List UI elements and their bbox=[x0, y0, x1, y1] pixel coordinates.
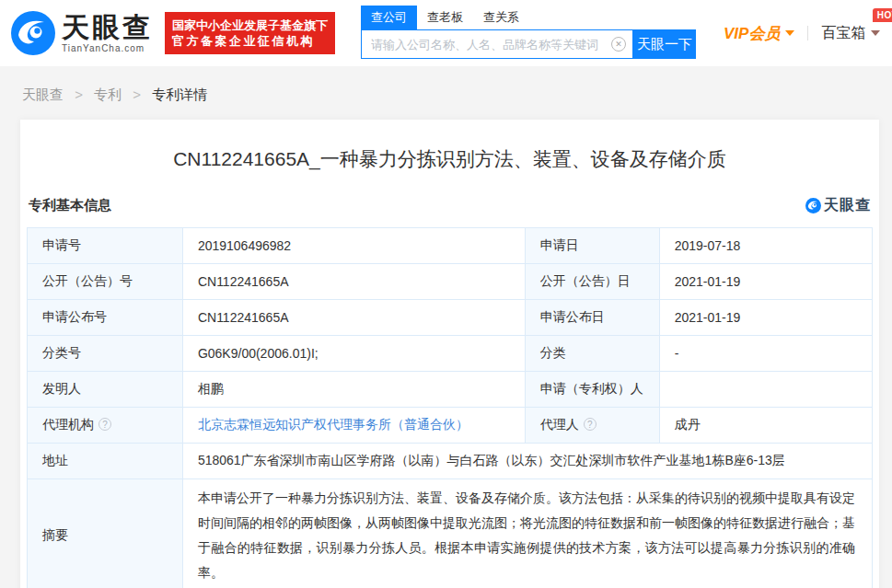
search-input[interactable] bbox=[361, 29, 633, 59]
table-row: 地址 518061广东省深圳市南山区学府路（以南）与白石路（以东）交汇处深圳市软… bbox=[28, 444, 873, 479]
application-date-value: 2019-07-18 bbox=[659, 228, 872, 264]
app-publication-number-label: 申请公布号 bbox=[28, 300, 183, 336]
agency-value: 北京志霖恒远知识产权代理事务所（普通合伙） bbox=[182, 408, 525, 444]
breadcrumb-patent[interactable]: 专利 bbox=[94, 86, 122, 102]
app-publication-number-value: CN112241665A bbox=[182, 300, 525, 336]
application-date-label: 申请日 bbox=[525, 228, 659, 264]
address-label: 地址 bbox=[28, 444, 183, 479]
vip-member-menu[interactable]: VIP会员 bbox=[724, 23, 794, 44]
classification-number-label: 分类号 bbox=[28, 336, 183, 372]
section-title: 专利基本信息 bbox=[29, 197, 111, 214]
classification-label: 分类 bbox=[525, 336, 659, 372]
table-row: 公开（公告）号 CN112241665A 公开（公告）日 2021-01-19 bbox=[28, 264, 873, 300]
tab-search-boss[interactable]: 查老板 bbox=[417, 6, 473, 29]
table-row: 分类号 G06K9/00(2006.01)I; 分类 - bbox=[28, 336, 873, 372]
breadcrumb-home[interactable]: 天眼查 bbox=[22, 86, 64, 102]
agent-label-text: 代理人 bbox=[540, 417, 579, 432]
agency-label-text: 代理机构 bbox=[42, 417, 94, 432]
tab-search-company[interactable]: 查公司 bbox=[361, 6, 417, 29]
tianyancha-eye-icon bbox=[11, 11, 55, 55]
table-row: 申请号 2019106496982 申请日 2019-07-18 bbox=[28, 228, 873, 264]
app-publication-date-label: 申请公布日 bbox=[525, 300, 659, 336]
logo-title: 天眼查 bbox=[62, 14, 153, 41]
abstract-value: 本申请公开了一种暴力分拣识别方法、装置、设备及存储介质。该方法包括：从采集的待识… bbox=[182, 479, 872, 588]
tianyancha-eye-icon bbox=[805, 198, 821, 213]
help-icon[interactable] bbox=[98, 418, 111, 431]
applicant-value bbox=[659, 372, 872, 408]
chevron-down-icon bbox=[871, 30, 880, 36]
clear-search-icon[interactable]: ✕ bbox=[611, 37, 626, 52]
watermark-label: 天眼查 bbox=[824, 196, 871, 215]
table-row: 申请公布号 CN112241665A 申请公布日 2021-01-19 bbox=[28, 300, 873, 336]
agent-value: 成丹 bbox=[659, 408, 872, 444]
patent-detail-card: CN112241665A_一种暴力分拣识别方法、装置、设备及存储介质 专利基本信… bbox=[20, 120, 879, 588]
abstract-label: 摘要 bbox=[28, 479, 183, 588]
search-input-wrap: ✕ bbox=[361, 29, 633, 59]
publication-number-label: 公开（公告）号 bbox=[28, 264, 183, 300]
search-button[interactable]: 天眼一下 bbox=[633, 29, 696, 59]
application-number-label: 申请号 bbox=[28, 228, 183, 264]
breadcrumb-current: 专利详情 bbox=[152, 86, 207, 102]
agent-label: 代理人 bbox=[525, 408, 659, 444]
address-value: 518061广东省深圳市南山区学府路（以南）与白石路（以东）交汇处深圳市软件产业… bbox=[182, 444, 872, 479]
inventor-value: 相鹏 bbox=[182, 372, 525, 408]
search-row: ✕ 天眼一下 bbox=[361, 29, 696, 59]
agency-label: 代理机构 bbox=[28, 408, 183, 444]
site-logo[interactable]: 天眼查 TianYanCha.com bbox=[11, 11, 153, 55]
table-row: 摘要 本申请公开了一种暴力分拣识别方法、装置、设备及存储介质。该方法包括：从采集… bbox=[28, 479, 873, 588]
classification-number-value: G06K9/00(2006.01)I; bbox=[182, 336, 525, 372]
tab-search-relation[interactable]: 查关系 bbox=[473, 6, 529, 29]
banner-line2: 官方备案企业征信机构 bbox=[172, 33, 328, 49]
application-number-value: 2019106496982 bbox=[182, 228, 525, 264]
classification-value: - bbox=[659, 336, 872, 372]
logo-text: 天眼查 TianYanCha.com bbox=[62, 14, 153, 53]
vip-member-label: VIP会员 bbox=[724, 23, 780, 44]
inventor-label: 发明人 bbox=[28, 372, 183, 408]
breadcrumb-separator: > bbox=[133, 86, 141, 102]
publication-date-value: 2021-01-19 bbox=[659, 264, 872, 300]
publication-number-value: CN112241665A bbox=[182, 264, 525, 300]
toolbox-label: 百宝箱 bbox=[821, 24, 865, 43]
patent-info-table: 申请号 2019106496982 申请日 2019-07-18 公开（公告）号… bbox=[27, 227, 873, 588]
agency-link[interactable]: 北京志霖恒远知识产权代理事务所（普通合伙） bbox=[198, 417, 469, 432]
publication-date-label: 公开（公告）日 bbox=[525, 264, 659, 300]
logo-domain: TianYanCha.com bbox=[62, 43, 153, 53]
official-credential-banner: 国家中小企业发展子基金旗下 官方备案企业征信机构 bbox=[165, 12, 335, 54]
table-row: 发明人 相鹏 申请（专利权）人 bbox=[28, 372, 873, 408]
applicant-label: 申请（专利权）人 bbox=[525, 372, 659, 408]
section-header-row: 专利基本信息 天眼查 bbox=[29, 196, 871, 215]
search-block: 查公司 查老板 查关系 ✕ 天眼一下 bbox=[361, 7, 696, 59]
search-tabs: 查公司 查老板 查关系 bbox=[361, 7, 696, 29]
app-publication-date-value: 2021-01-19 bbox=[659, 300, 872, 336]
chevron-down-icon bbox=[785, 30, 794, 36]
breadcrumb-separator: > bbox=[75, 86, 83, 102]
breadcrumb: 天眼查 > 专利 > 专利详情 bbox=[0, 66, 892, 120]
banner-line1: 国家中小企业发展子基金旗下 bbox=[172, 17, 328, 33]
toolbox-menu[interactable]: 百宝箱 HOT bbox=[821, 24, 880, 43]
patent-title: CN112241665A_一种暴力分拣识别方法、装置、设备及存储介质 bbox=[27, 120, 873, 173]
tianyancha-watermark: 天眼查 bbox=[805, 196, 871, 215]
help-icon[interactable] bbox=[584, 418, 597, 431]
site-header: 天眼查 TianYanCha.com 国家中小企业发展子基金旗下 官方备案企业征… bbox=[0, 0, 892, 66]
header-divider bbox=[807, 26, 808, 40]
hot-badge: HOT bbox=[873, 8, 892, 22]
table-row: 代理机构 北京志霖恒远知识产权代理事务所（普通合伙） 代理人 成丹 bbox=[28, 408, 873, 444]
